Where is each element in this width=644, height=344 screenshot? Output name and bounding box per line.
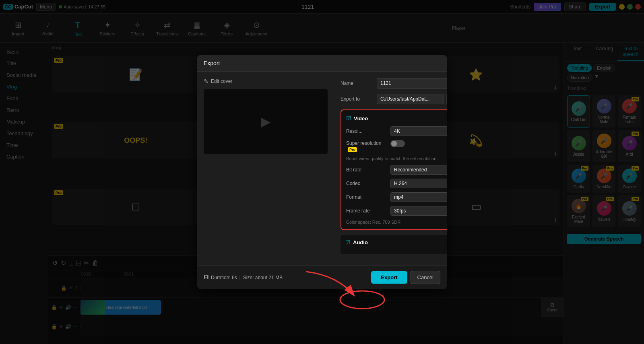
cancel-action-button[interactable]: Cancel <box>411 271 440 284</box>
film-icon: 🎞 <box>204 275 208 280</box>
format-select[interactable]: mp4 ▾ <box>390 192 447 202</box>
bitrate-select[interactable]: Recommended ▾ <box>390 165 447 175</box>
codec-select[interactable]: H.264 ▾ <box>390 179 447 188</box>
folder-browse-button[interactable]: 📁 <box>446 93 447 105</box>
audio-section: ☑ Audio ▾ <box>341 235 447 254</box>
cover-preview: ▶ <box>204 89 328 154</box>
modal-title: Export <box>204 60 220 66</box>
modal-header: Export <box>197 55 447 72</box>
modal-footer: 🎞 Duration: 6s | Size: about 21 MB Expor… <box>197 266 447 289</box>
edit-cover-button[interactable]: ✎ Edit cover <box>204 78 232 84</box>
audio-check-icon: ☑ <box>345 239 351 245</box>
toggle-thumb <box>391 141 397 146</box>
resolution-value: 4K <box>394 128 400 134</box>
svg-point-1 <box>340 291 384 309</box>
footer-info: 🎞 Duration: 6s | Size: about 21 MB <box>204 275 283 280</box>
codec-row: Codec H.264 ▾ <box>346 179 447 188</box>
video-section-header: ☑ Video ▾ <box>346 115 447 122</box>
framerate-label: Frame rate <box>346 208 390 214</box>
duration-text: Duration: 6s <box>211 275 237 280</box>
codec-label: Codec <box>346 181 390 186</box>
super-res-label: Super resolution <box>346 140 381 146</box>
edit-cover-icon: ✎ <box>204 78 208 84</box>
export-modal: Export ✎ Edit cover ▶ <box>197 55 447 289</box>
bitrate-value: Recommended <box>394 167 427 173</box>
framerate-row: Frame rate 30fps ▾ <box>346 206 447 216</box>
video-check-icon: ☑ <box>346 115 351 122</box>
super-res-pro-badge: Pro <box>348 147 357 152</box>
color-space-info: Color space: Rec. 709 SDR <box>346 220 447 225</box>
export-path-input[interactable] <box>377 94 444 104</box>
bitrate-row: Bit rate Recommended ▾ <box>346 165 447 175</box>
framerate-select[interactable]: 30fps ▾ <box>390 206 447 216</box>
super-res-description: Boost video quality to match the set res… <box>346 156 447 161</box>
separator: | <box>239 275 241 280</box>
preview-placeholder-icon: ▶ <box>261 114 271 129</box>
framerate-value: 30fps <box>394 208 406 214</box>
export-action-button[interactable]: Export <box>371 271 407 284</box>
footer-actions: Export Cancel <box>371 271 440 284</box>
name-row: Name <box>341 78 447 89</box>
audio-section-title: Audio <box>353 239 368 245</box>
preview-thumbnail: ▶ <box>204 89 328 154</box>
export-to-label: Export to <box>341 96 377 102</box>
modal-body: ✎ Edit cover ▶ Name E <box>197 72 447 266</box>
super-res-label-group: Super resolution Pro <box>346 140 390 152</box>
format-label: Format <box>346 194 390 200</box>
size-text: Size: about 21 MB <box>243 275 283 280</box>
super-resolution-row: Super resolution Pro <box>346 140 447 152</box>
export-to-group: 📁 <box>377 93 447 105</box>
modal-left: ✎ Edit cover ▶ <box>197 72 334 266</box>
name-input[interactable] <box>377 78 447 89</box>
edit-cover-label: Edit cover <box>211 78 232 84</box>
super-res-toggle[interactable] <box>390 140 405 147</box>
format-value: mp4 <box>394 194 403 200</box>
modal-right: Name Export to 📁 ☑ Video ▾ <box>334 72 447 266</box>
name-label: Name <box>341 80 377 86</box>
video-section: ☑ Video ▾ Resol... 4K ▾ <box>341 109 447 230</box>
bitrate-label: Bit rate <box>346 167 390 173</box>
codec-value: H.264 <box>394 181 407 186</box>
resolution-select[interactable]: 4K ▾ <box>390 126 447 136</box>
audio-section-header: ☑ Audio ▾ <box>345 239 447 245</box>
resolution-label: Resol... <box>346 128 390 134</box>
format-row: Format mp4 ▾ <box>346 192 447 202</box>
export-to-row: Export to 📁 <box>341 93 447 105</box>
modal-overlay: Export ✎ Edit cover ▶ <box>0 0 644 344</box>
resolution-row: Resol... 4K ▾ <box>346 126 447 136</box>
video-section-title: Video <box>354 115 368 122</box>
